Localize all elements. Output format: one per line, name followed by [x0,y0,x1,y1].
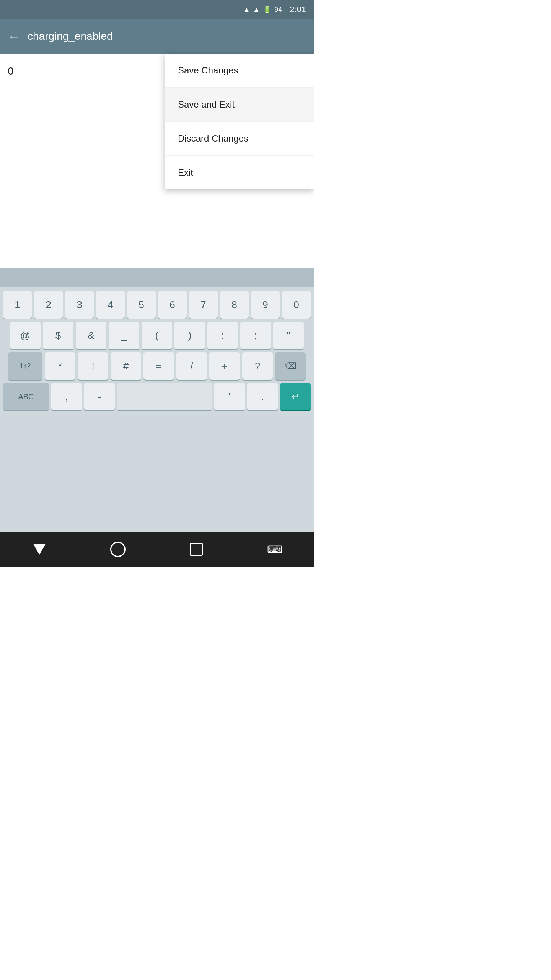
key-quote[interactable]: " [273,322,304,349]
nav-home-button[interactable] [104,536,131,563]
key-9[interactable]: 9 [251,291,280,318]
key-question[interactable]: ? [242,352,273,380]
key-1[interactable]: 1 [3,291,32,318]
content-area: 0 Save Changes Save and Exit Discard Cha… [0,54,314,268]
key-dash[interactable]: - [84,383,115,410]
key-at[interactable]: @ [10,322,41,349]
key-dollar[interactable]: $ [43,322,73,349]
nav-keyboard-button[interactable]: ⌨ [261,536,288,563]
key-semicolon[interactable]: ; [240,322,271,349]
keyboard-row-1: 1 2 3 4 5 6 7 8 9 0 [3,291,311,318]
key-star[interactable]: * [45,352,75,380]
content-value: 0 [8,65,14,77]
wifi-icon: ▲ [243,6,250,14]
key-5[interactable]: 5 [127,291,156,318]
keyboard-row-2: @ $ & _ ( ) : ; " [3,322,311,349]
key-underscore[interactable]: _ [109,322,139,349]
status-icons: ▲ ▲ 🔋 94 [243,5,282,14]
key-0[interactable]: 0 [282,291,311,318]
key-7[interactable]: 7 [189,291,218,318]
key-hash[interactable]: # [111,352,141,380]
nav-bar: ⌨ [0,532,314,567]
save-changes-item[interactable]: Save Changes [165,54,314,88]
back-button[interactable]: ← [8,29,20,44]
status-time: 2:01 [290,5,306,15]
exit-item[interactable]: Exit [165,156,314,189]
key-period[interactable]: . [247,383,278,410]
home-circle-icon [110,542,126,557]
key-exclaim[interactable]: ! [78,352,108,380]
save-and-exit-item[interactable]: Save and Exit [165,88,314,122]
key-4[interactable]: 4 [96,291,125,318]
app-bar: ← charging_enabled [0,19,314,54]
shift-key[interactable]: 1↑2 [8,352,42,380]
abc-key[interactable]: ABC [3,383,49,410]
keyboard-area: 1 2 3 4 5 6 7 8 9 0 @ $ & _ ( ) : ; " 1↑… [0,268,314,567]
key-comma[interactable]: , [51,383,82,410]
space-key[interactable] [117,383,212,410]
page-title: charging_enabled [28,30,306,42]
keyboard-row-4: ABC , - ' . ↵ [3,383,311,410]
dropdown-menu: Save Changes Save and Exit Discard Chang… [165,54,314,189]
back-triangle-icon [33,544,46,555]
key-8[interactable]: 8 [220,291,249,318]
key-slash[interactable]: / [176,352,207,380]
keyboard-nav-icon: ⌨ [267,543,282,556]
key-rparen[interactable]: ) [174,322,205,349]
status-bar: ▲ ▲ 🔋 94 2:01 [0,0,314,19]
key-colon[interactable]: : [207,322,238,349]
signal-icon: ▲ [253,6,260,14]
keyboard-rows: 1 2 3 4 5 6 7 8 9 0 @ $ & _ ( ) : ; " 1↑… [0,287,314,414]
key-equals[interactable]: = [143,352,174,380]
discard-changes-item[interactable]: Discard Changes [165,122,314,156]
battery-level: 94 [274,6,282,14]
key-plus[interactable]: + [209,352,240,380]
keyboard-spacer [0,268,314,287]
keyboard-row-3: 1↑2 * ! # = / + ? ⌫ [3,352,311,380]
enter-key[interactable]: ↵ [280,383,311,410]
key-apostrophe[interactable]: ' [214,383,245,410]
key-amp[interactable]: & [76,322,106,349]
nav-back-button[interactable] [26,536,53,563]
key-lparen[interactable]: ( [142,322,172,349]
recents-square-icon [190,543,203,556]
key-6[interactable]: 6 [158,291,187,318]
battery-icon: 🔋 [263,5,271,14]
backspace-key[interactable]: ⌫ [275,352,306,380]
key-2[interactable]: 2 [34,291,63,318]
nav-recents-button[interactable] [183,536,210,563]
key-3[interactable]: 3 [65,291,94,318]
